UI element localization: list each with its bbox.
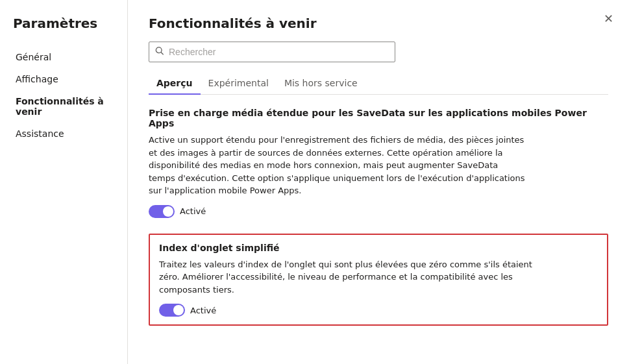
toggle-row: Activé (149, 205, 608, 218)
tabs: Aperçu Expérimental Mis hors service (149, 73, 608, 95)
sidebar-item-affichage[interactable]: Affichage (13, 69, 127, 90)
sidebar-item-label: Assistance (16, 128, 64, 139)
sidebar-item-general[interactable]: Général (13, 47, 127, 67)
feature-title: Index d'onglet simplifié (159, 243, 598, 253)
sidebar-item-assistance[interactable]: Assistance (13, 123, 127, 144)
page-title: Fonctionnalités à venir (149, 16, 608, 31)
feature-description: Active un support étendu pour l'enregist… (149, 134, 525, 197)
toggle-row: Activé (159, 304, 598, 317)
feature-media-support: Prise en charge média étendue pour les S… (149, 108, 608, 218)
sidebar-item-label: Affichage (16, 74, 58, 84)
search-icon (155, 47, 164, 58)
feature-description: Traitez les valeurs d'index de l'onglet … (159, 258, 536, 297)
sidebar-title: Paramètres (13, 16, 127, 31)
search-container (149, 42, 608, 62)
toggle-media-support[interactable] (149, 205, 175, 218)
toggle-index-onglet[interactable] (159, 304, 185, 317)
tab-apercu[interactable]: Aperçu (149, 73, 201, 95)
sidebar-item-label: Fonctionnalités à venir (16, 96, 104, 117)
sidebar-item-label: Général (16, 52, 51, 62)
tab-experimental[interactable]: Expérimental (201, 73, 277, 95)
feature-index-onglet: Index d'onglet simplifié Traitez les val… (149, 234, 608, 326)
toggle-label: Activé (180, 206, 206, 216)
close-button[interactable]: ✕ (601, 10, 616, 27)
main-content: ✕ Fonctionnalités à venir Aperçu Expérim… (128, 0, 629, 364)
tab-mis-hors-service[interactable]: Mis hors service (277, 73, 365, 95)
sidebar: Paramètres Général Affichage Fonctionnal… (0, 0, 128, 364)
sidebar-item-fonctionnalites[interactable]: Fonctionnalités à venir (13, 91, 127, 122)
svg-line-1 (161, 53, 163, 55)
feature-title: Prise en charge média étendue pour les S… (149, 108, 608, 128)
search-input[interactable] (149, 42, 395, 62)
toggle-label: Activé (190, 306, 216, 315)
